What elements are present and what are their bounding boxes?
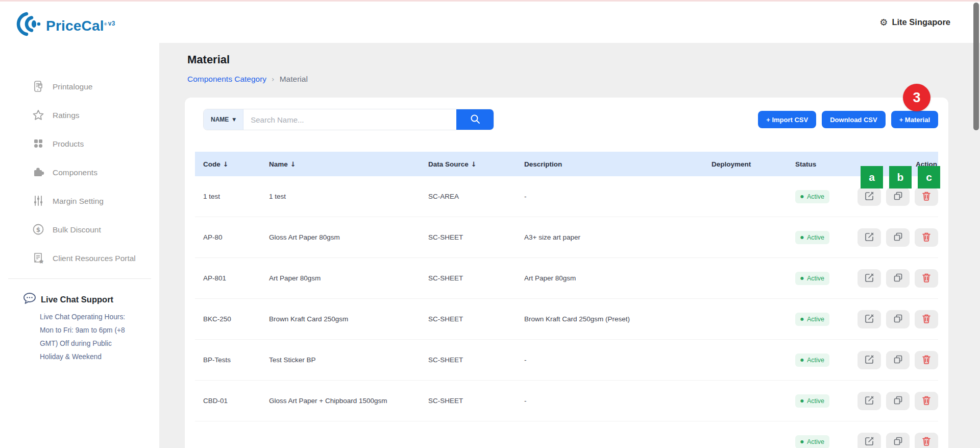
trash-icon <box>922 314 931 325</box>
column-header-data-source[interactable]: Data Source↓ <box>420 160 516 168</box>
sidebar-item-ratings[interactable]: Ratings <box>0 104 159 126</box>
sidebar-item-bulk-discount[interactable]: $ Bulk Discount <box>0 218 159 241</box>
status-badge: ●Active <box>795 272 829 285</box>
duplicate-button[interactable] <box>886 187 910 206</box>
column-header-name[interactable]: Name↓ <box>261 160 420 168</box>
download-csv-button[interactable]: Download CSV <box>822 111 885 128</box>
sidebar-item-label: Bulk Discount <box>53 224 101 235</box>
cell-action <box>857 310 938 328</box>
delete-button[interactable] <box>915 269 938 288</box>
cell-code: BP-Tests <box>195 356 261 364</box>
search-icon <box>470 113 481 126</box>
status-dot-icon: ● <box>800 276 804 280</box>
annotation-mark-b: b <box>889 166 912 188</box>
search-input[interactable] <box>243 109 456 130</box>
cell-description: Art Paper 80gsm <box>516 274 703 282</box>
delete-button[interactable] <box>915 228 938 247</box>
trash-icon <box>922 395 931 407</box>
edit-button[interactable] <box>857 392 881 410</box>
sidebar-item-label: Components <box>53 167 97 178</box>
duplicate-button[interactable] <box>886 310 910 328</box>
duplicate-button[interactable] <box>886 351 910 369</box>
sidebar-item-label: Client Resources Portal <box>53 253 136 264</box>
edit-button[interactable] <box>857 187 881 206</box>
app-logo[interactable]: PriceCal®v3 <box>15 11 159 39</box>
delete-button[interactable] <box>915 310 938 328</box>
status-dot-icon: ● <box>800 440 804 444</box>
table-row: BKC-250Brown Kraft Card 250gsmSC-SHEETBr… <box>195 299 938 340</box>
delete-button[interactable] <box>915 433 938 448</box>
chat-bubble-icon <box>23 292 36 306</box>
breadcrumb-current: Material <box>280 75 308 84</box>
pricecal-logo-icon <box>15 11 42 39</box>
cell-name: Test Sticker BP <box>261 356 420 364</box>
table-row: AP-80Gloss Art Paper 80gsmSC-SHEETA3+ si… <box>195 217 938 258</box>
edit-button[interactable] <box>857 351 881 369</box>
add-material-button[interactable]: + Material <box>891 111 938 128</box>
search-button[interactable] <box>456 109 494 130</box>
edit-button[interactable] <box>857 310 881 328</box>
breadcrumb-parent-link[interactable]: Components Category <box>187 75 266 84</box>
cell-description: Brown Kraft Card 250gsm (Preset) <box>516 315 703 323</box>
column-header-code[interactable]: Code↓ <box>195 160 261 168</box>
live-chat-support: Live Chat Support Live Chat Operating Ho… <box>0 279 159 364</box>
account-menu[interactable]: ⚙ Lite Singapore <box>879 17 950 28</box>
sidebar-item-label: Ratings <box>53 110 80 121</box>
column-header-status: Status <box>787 160 857 168</box>
sidebar-item-margin-setting[interactable]: Margin Setting <box>0 190 159 212</box>
search-field-dropdown[interactable]: NAME ▼ <box>204 109 243 130</box>
trash-icon <box>922 436 931 447</box>
scrollbar-thumb[interactable] <box>973 3 979 130</box>
material-table: Code↓Name↓Data Source↓DescriptionDeploym… <box>195 152 938 448</box>
toolbar: NAME ▼ + Import CSV Download CSV + Mat <box>195 109 938 130</box>
import-csv-button[interactable]: + Import CSV <box>758 111 816 128</box>
sidebar-item-products[interactable]: Products <box>0 132 159 155</box>
caret-down-icon: ▼ <box>232 117 236 122</box>
cell-action <box>857 269 938 288</box>
cell-name: Gloss Art Paper + Chipboard 1500gsm <box>261 397 420 405</box>
column-header-description: Description <box>516 160 703 168</box>
status-dot-icon: ● <box>800 235 804 240</box>
cell-data-source: SC-SHEET <box>420 274 516 282</box>
trash-icon <box>922 273 931 284</box>
cell-action <box>857 392 938 410</box>
delete-button[interactable] <box>915 392 938 410</box>
cell-name: Art Paper 80gsm <box>261 274 420 282</box>
duplicate-button[interactable] <box>886 433 910 448</box>
edit-button[interactable] <box>857 433 881 448</box>
cell-description: - <box>516 397 703 405</box>
sidebar-item-label: Margin Setting <box>53 196 104 206</box>
delete-button[interactable] <box>915 351 938 369</box>
column-header-deployment: Deployment <box>703 160 787 168</box>
copy-icon <box>893 232 903 243</box>
status-badge: ●Active <box>795 353 829 367</box>
top-bar: ⚙ Lite Singapore <box>159 2 980 43</box>
cell-data-source: SC-SHEET <box>420 315 516 323</box>
edit-icon <box>865 232 874 243</box>
table-row: CBD-01Gloss Art Paper + Chipboard 1500gs… <box>195 381 938 421</box>
delete-button[interactable] <box>915 187 938 206</box>
edit-button[interactable] <box>857 228 881 247</box>
cell-status: ●Active <box>787 190 857 203</box>
table-row: 1 test1 testSC-AREA-●Active <box>195 176 938 217</box>
sidebar-item-components[interactable]: Components <box>0 161 159 183</box>
sidebar-item-client-resources-portal[interactable]: ★ Client Resources Portal <box>0 247 159 269</box>
sidebar-item-printalogue[interactable]: Printalogue <box>0 75 159 98</box>
annotation-badge-3: 3 <box>903 84 930 111</box>
cell-code: AP-801 <box>195 274 261 282</box>
duplicate-button[interactable] <box>886 392 910 410</box>
cell-status: ●Active <box>787 272 857 285</box>
edit-button[interactable] <box>857 269 881 288</box>
cell-status: ●Active <box>787 231 857 244</box>
cell-code: CBD-01 <box>195 397 261 405</box>
annotation-mark-c: c <box>918 166 940 188</box>
cell-code: BKC-250 <box>195 315 261 323</box>
sidebar: PriceCal®v3 Printalogue Ratings Products… <box>0 2 159 448</box>
duplicate-button[interactable] <box>886 228 910 247</box>
dollar-circle-icon: $ <box>32 223 45 235</box>
star-icon <box>32 109 45 121</box>
duplicate-button[interactable] <box>886 269 910 288</box>
cell-action <box>857 433 938 448</box>
copy-icon <box>893 395 903 407</box>
app-logo-wordmark: PriceCal®v3 <box>46 11 115 39</box>
